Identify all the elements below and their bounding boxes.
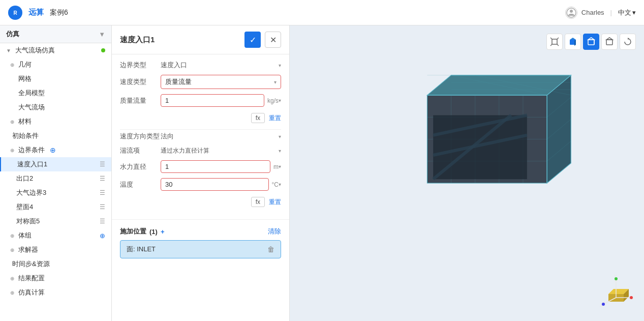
speed-dir-select[interactable]: 法向 ▾ <box>161 132 281 141</box>
sidebar-item-outlet2[interactable]: 出口2 ☰ <box>0 171 111 186</box>
sidebar-toggle[interactable]: ▼ <box>99 31 105 38</box>
cancel-button[interactable]: ✕ <box>265 32 281 48</box>
menu-icon: ☰ <box>100 161 105 168</box>
status-dot <box>101 48 105 52</box>
svg-point-3 <box>570 10 573 13</box>
svg-line-6 <box>557 38 559 39</box>
apply-title: 施加位置 (1) + <box>120 227 164 236</box>
unit-chevron-icon: ▾ <box>279 98 281 103</box>
reset-button[interactable]: 重置 <box>269 114 281 123</box>
expand-icon: ⊕ <box>10 247 14 253</box>
mass-flow-input[interactable] <box>161 94 264 107</box>
fx-button[interactable]: fx <box>251 113 265 123</box>
topbar-left: R 远算 案例6 <box>8 6 68 20</box>
unit-chevron-icon: ▾ <box>279 182 281 187</box>
sidebar-item-boundary[interactable]: ⊕ 边界条件 ⊕ <box>0 143 111 157</box>
svg-marker-13 <box>588 38 594 40</box>
expand-icon: ▼ <box>6 48 11 53</box>
svg-point-58 <box>615 277 618 280</box>
hydro-diameter-input[interactable] <box>161 160 270 173</box>
3d-view: X Y Z <box>290 25 644 321</box>
sidebar-item-global-model[interactable]: 全局模型 <box>0 86 111 100</box>
atmosphere-label: 大气流场仿真 <box>15 46 55 55</box>
atmosphere-field-label: 大气流场 <box>18 103 45 112</box>
expand-icon: ⊕ <box>10 62 14 68</box>
speed-inlet1-label: 速度入口1 <box>17 160 47 169</box>
sidebar-item-result-config[interactable]: ⊕ 结果配置 <box>0 271 111 285</box>
sidebar-item-atm-boundary3[interactable]: 大气边界3 ☰ <box>0 186 111 200</box>
mass-flow-label: 质量流量 <box>120 96 161 105</box>
sidebar-header: 仿真 ▼ <box>0 25 111 43</box>
wall4-label: 壁面4 <box>16 202 33 212</box>
sim-calc-label: 仿真计算 <box>18 288 45 297</box>
menu-icon: ☰ <box>100 203 105 211</box>
add-boundary-icon[interactable]: ⊕ <box>50 146 56 154</box>
sidebar-item-volume-group[interactable]: ⊕ 体组 ⊕ <box>0 228 111 243</box>
chevron-down-icon: ▾ <box>279 134 281 139</box>
boundary-type-row: 边界类型 速度入口 ▾ <box>120 61 281 70</box>
atm-boundary3-label: 大气边界3 <box>16 188 46 197</box>
initial-label: 初始条件 <box>12 131 39 140</box>
sidebar-item-geometry[interactable]: ⊕ 几何 <box>0 57 111 72</box>
sidebar-item-mesh[interactable]: 网格 <box>0 72 111 86</box>
sidebar-item-sim-calc[interactable]: ⊕ 仿真计算 <box>0 285 111 300</box>
clear-button[interactable]: 清除 <box>268 227 281 236</box>
boundary-type-label: 边界类型 <box>120 61 161 70</box>
sidebar-item-symmetry5[interactable]: 对称面5 ☰ <box>0 214 111 228</box>
sidebar-item-atmosphere-field[interactable]: 大气流场 <box>0 100 111 114</box>
reset-button2[interactable]: 重置 <box>269 198 281 207</box>
panel-title: 速度入口1 <box>120 35 155 45</box>
outlet2-label: 出口2 <box>16 174 33 183</box>
panel-header: 速度入口1 ✓ ✕ <box>112 25 289 54</box>
surface-label: 面: INLET <box>127 245 267 254</box>
section-divider <box>112 219 289 220</box>
sidebar-item-timestep[interactable]: 时间步&资源 <box>0 257 111 271</box>
expand-icon: ⊕ <box>10 119 14 125</box>
symmetry5-label: 对称面5 <box>16 217 40 226</box>
sidebar: 仿真 ▼ ▼ 大气流场仿真 ⊕ 几何 网格 全局模型 大气流场 ⊕ 材料 <box>0 25 112 321</box>
add-surface-icon[interactable]: + <box>161 228 165 236</box>
expand-icon: ⊕ <box>10 148 14 153</box>
sidebar-item-initial[interactable]: 初始条件 <box>0 129 111 143</box>
divider <box>120 129 281 130</box>
sidebar-item-wall4[interactable]: 壁面4 ☰ <box>0 200 111 214</box>
speed-type-label: 速度类型 <box>120 77 161 86</box>
topbar: R 远算 案例6 Charles | 中文 ▾ <box>0 0 644 25</box>
geometry-label: 几何 <box>18 60 32 69</box>
fx-button2[interactable]: fx <box>251 197 265 207</box>
delete-surface-icon[interactable]: 🗑 <box>267 245 274 253</box>
brand-name: 远算 <box>28 8 44 17</box>
svg-point-57 <box>630 296 633 299</box>
sidebar-item-solver[interactable]: ⊕ 求解器 <box>0 243 111 257</box>
username: Charles <box>581 9 604 16</box>
svg-point-59 <box>602 303 605 306</box>
add-volume-icon[interactable]: ⊕ <box>100 232 105 240</box>
sidebar-item-atmosphere[interactable]: ▼ 大气流场仿真 <box>0 43 111 57</box>
boundary-type-value[interactable]: 速度入口 ▾ <box>161 61 281 70</box>
confirm-button[interactable]: ✓ <box>244 32 261 48</box>
sidebar-item-speed-inlet1[interactable]: 速度入口1 ☰ <box>0 157 111 171</box>
hydro-diameter-label: 水力直径 <box>120 162 161 171</box>
panel-actions: ✓ ✕ <box>244 32 281 48</box>
svg-marker-17 <box>628 38 629 40</box>
speed-dir-label: 速度方向类型 <box>120 132 161 141</box>
speed-type-select[interactable]: 质量流量 ▾ <box>161 75 281 89</box>
user-avatar <box>565 7 577 19</box>
menu-icon: ☰ <box>100 189 105 196</box>
apply-section: 施加位置 (1) + 清除 面: INLET 🗑 <box>112 222 289 267</box>
apply-header: 施加位置 (1) + 清除 <box>120 227 281 236</box>
sidebar-item-material[interactable]: ⊕ 材料 <box>0 114 111 129</box>
svg-line-5 <box>550 38 552 39</box>
form-section: 边界类型 速度入口 ▾ 速度类型 质量流量 ▾ 质量流量 kg/s ▾ <box>112 54 289 217</box>
main-layout: 仿真 ▼ ▼ 大气流场仿真 ⊕ 几何 网格 全局模型 大气流场 ⊕ 材料 <box>0 25 644 321</box>
svg-marker-16 <box>606 38 612 40</box>
mass-flow-row: 质量流量 kg/s ▾ <box>120 94 281 107</box>
solver-label: 求解器 <box>18 245 38 254</box>
language-selector[interactable]: 中文 ▾ <box>618 8 636 17</box>
timestep-label: 时间步&资源 <box>12 259 50 269</box>
mesh-label: 网格 <box>18 74 32 83</box>
temperature-input[interactable] <box>161 178 269 191</box>
expand-icon: ⊕ <box>10 290 14 296</box>
turbulence-select[interactable]: 通过水力直径计算 ▾ <box>161 147 281 155</box>
material-label: 材料 <box>18 117 32 126</box>
